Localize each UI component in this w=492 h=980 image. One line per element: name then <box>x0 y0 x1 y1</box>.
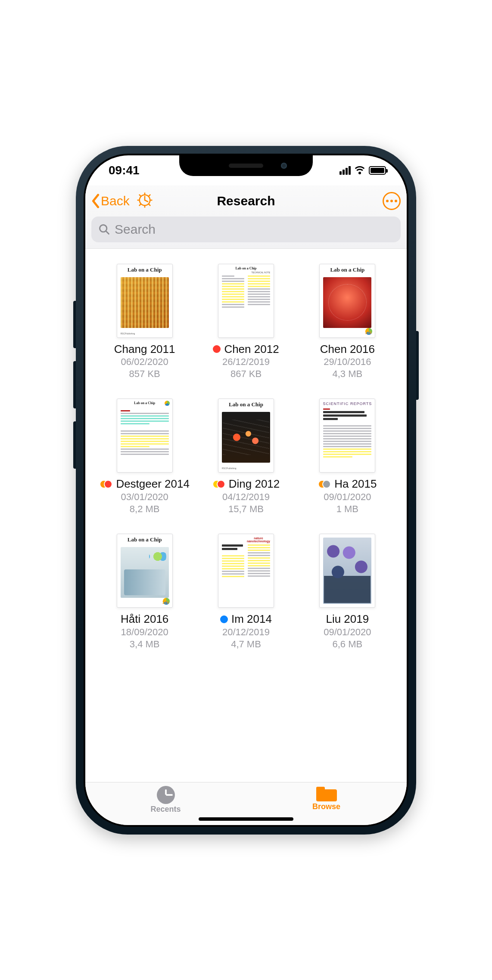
tag-dot-icon <box>213 345 221 353</box>
document-item[interactable]: Lab on a Chip RSCPublishing Chang 2011 0… <box>97 264 193 380</box>
folder-icon <box>316 786 337 801</box>
journal-title: Lab on a Chip <box>222 402 270 407</box>
wifi-icon <box>354 166 365 175</box>
back-button[interactable]: Back <box>91 194 130 208</box>
document-item[interactable]: Lab on a Chip TECHNICAL NOTE Chen 2012 <box>198 264 294 380</box>
svg-line-8 <box>139 204 141 205</box>
document-size: 3,4 MB <box>97 639 193 650</box>
document-title-row: Destgeer 2014 <box>97 478 193 491</box>
document-size: 4,7 MB <box>198 639 294 650</box>
publisher-logo-icon <box>165 401 170 406</box>
device-frame: 09:41 Back <box>76 146 416 835</box>
document-item[interactable]: Liu 2019 09/01/2020 6,6 MB <box>299 534 395 650</box>
home-indicator[interactable] <box>199 817 293 821</box>
tag-pair-icon <box>100 480 112 488</box>
issue-badge: 175 <box>365 331 371 335</box>
screen: 09:41 Back <box>85 155 407 825</box>
document-title: Chen 2016 <box>320 343 375 356</box>
document-size: 867 KB <box>198 368 294 380</box>
page-title: Research <box>217 194 275 208</box>
document-item[interactable]: Lab on a Chip 175 Chen 2016 29/10/2016 4… <box>299 264 395 380</box>
document-date: 04/12/2019 <box>198 492 294 503</box>
document-size: 6,6 MB <box>299 639 395 650</box>
svg-line-10 <box>145 200 148 202</box>
text-lines <box>222 544 270 604</box>
text-lines <box>121 410 169 469</box>
document-title: Chen 2012 <box>224 343 279 356</box>
document-thumbnail: Lab on a Chip RSCPublishing <box>218 399 274 473</box>
document-size: 15,7 MB <box>198 504 294 515</box>
text-lines <box>323 408 371 469</box>
document-date: 09/01/2020 <box>299 492 395 503</box>
tag-pair-icon <box>318 480 331 488</box>
search-placeholder: Search <box>115 222 156 237</box>
document-thumbnail: Lab on a Chip <box>117 399 173 473</box>
document-item[interactable]: Lab on a Chip <box>97 399 193 515</box>
text-lines <box>222 275 270 334</box>
svg-line-6 <box>148 204 150 205</box>
cover-image <box>121 547 169 598</box>
journal-title: Lab on a Chip <box>121 267 169 272</box>
content[interactable]: Lab on a Chip RSCPublishing Chang 2011 0… <box>85 251 407 782</box>
document-title-row: Im 2014 <box>198 613 294 626</box>
document-thumbnail: Lab on a Chip TECHNICAL NOTE <box>218 264 274 338</box>
document-item[interactable]: SCIENTIFIC REPORTS <box>299 399 395 515</box>
settings-button[interactable] <box>136 191 154 211</box>
document-size: 4,3 MB <box>299 368 395 380</box>
document-date: 06/02/2020 <box>97 356 193 368</box>
document-title: Ding 2012 <box>229 478 280 491</box>
publisher-mark: RSCPublishing <box>121 332 135 335</box>
journal-title: naturenanotechnology <box>247 537 270 543</box>
document-date: 20/12/2019 <box>198 627 294 638</box>
document-thumbnail: SCIENTIFIC REPORTS <box>319 399 375 473</box>
document-item[interactable]: Lab on a Chip 175 Håti 2016 18/09/2020 3… <box>97 534 193 650</box>
status-time: 09:41 <box>109 164 140 177</box>
document-title: Håti 2016 <box>121 613 168 626</box>
document-title: Ha 2015 <box>334 478 377 491</box>
document-date: 29/10/2016 <box>299 356 395 368</box>
document-title: Chang 2011 <box>114 343 175 356</box>
note-label: TECHNICAL NOTE <box>252 271 270 274</box>
more-button[interactable] <box>383 192 401 210</box>
notch <box>179 155 313 176</box>
tab-label: Browse <box>312 802 340 811</box>
svg-line-7 <box>148 194 150 196</box>
document-title-row: Håti 2016 <box>97 613 193 626</box>
document-item[interactable]: naturenanotechnology Im 2014 <box>198 534 294 650</box>
document-date: 09/01/2020 <box>299 627 395 638</box>
document-date: 03/01/2020 <box>97 492 193 503</box>
document-thumbnail: Lab on a Chip 175 <box>117 534 173 608</box>
document-size: 857 KB <box>97 368 193 380</box>
chevron-left-icon <box>91 194 100 208</box>
publisher-mark: RSCPublishing <box>222 467 237 470</box>
document-thumbnail: Lab on a Chip 175 <box>319 264 375 338</box>
svg-line-12 <box>106 231 109 234</box>
speaker <box>229 164 263 168</box>
more-dots-icon <box>386 200 389 202</box>
cover-image <box>222 412 270 463</box>
document-item[interactable]: Lab on a Chip RSCPublishing Ding 2012 04… <box>198 399 294 515</box>
document-size: 8,2 MB <box>97 504 193 515</box>
document-title-row: Ha 2015 <box>299 478 395 491</box>
document-title-row: Chen 2016 <box>299 343 395 356</box>
cover-image <box>121 277 169 328</box>
document-title-row: Liu 2019 <box>299 613 395 626</box>
journal-title: Lab on a Chip <box>121 537 169 542</box>
tag-dot-icon <box>220 615 228 623</box>
journal-title: Lab on a Chip <box>222 267 270 270</box>
tab-label: Recents <box>150 805 181 814</box>
document-date: 18/09/2020 <box>97 627 193 638</box>
nav-area: Back <box>85 185 407 249</box>
svg-line-5 <box>139 194 141 196</box>
search-input[interactable]: Search <box>91 216 401 242</box>
cellular-icon <box>339 166 351 175</box>
document-title-row: Chen 2012 <box>198 343 294 356</box>
back-label: Back <box>101 194 130 208</box>
clock-icon <box>157 786 175 804</box>
document-thumbnail: Lab on a Chip RSCPublishing <box>117 264 173 338</box>
document-title-row: Ding 2012 <box>198 478 294 491</box>
journal-title: Lab on a Chip <box>121 402 169 405</box>
device-inner: 09:41 Back <box>84 154 408 827</box>
documents-grid: Lab on a Chip RSCPublishing Chang 2011 0… <box>85 251 407 659</box>
document-title-row: Chang 2011 <box>97 343 193 356</box>
